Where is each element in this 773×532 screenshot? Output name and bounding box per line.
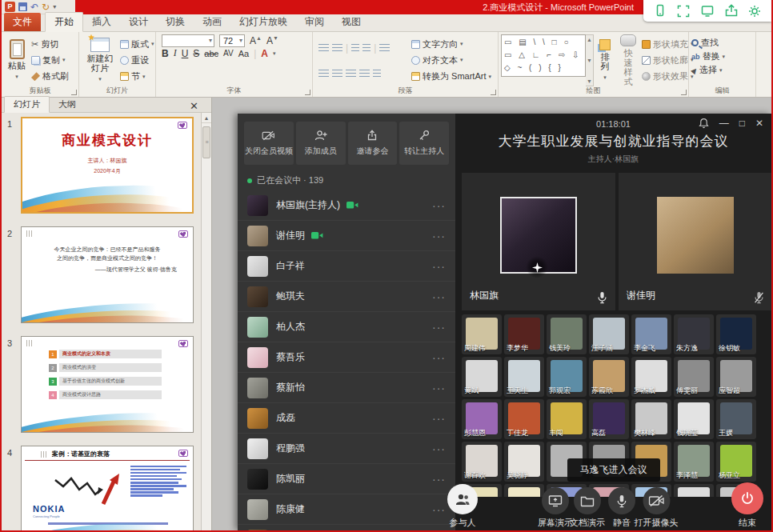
- video-tile[interactable]: 吴晓静: [504, 442, 544, 482]
- shape-outline-button[interactable]: 形状轮廓▾: [642, 54, 694, 67]
- select-button[interactable]: ▶选择▾: [691, 63, 753, 77]
- participant-row[interactable]: 林国旗(主持人) ···: [238, 190, 455, 221]
- bold-button[interactable]: B: [162, 48, 169, 59]
- columns-icon[interactable]: [373, 70, 381, 78]
- slide-thumbnail-2[interactable]: 今天企业之间的竞争：已经不是产品和服务之间的竞争，而是商业模式之间的竞争！ ——…: [21, 226, 194, 323]
- monitor-icon[interactable]: [700, 4, 715, 18]
- cut-button[interactable]: ✂剪切: [31, 38, 69, 51]
- participant-row[interactable]: 鲍琪夫 ···: [238, 282, 455, 312]
- ribbon-tab[interactable]: 文件: [4, 13, 41, 31]
- featured-video-tile[interactable]: 谢佳明: [619, 173, 771, 310]
- more-options-button[interactable]: ···: [432, 290, 446, 303]
- bullets-icon[interactable]: [318, 44, 329, 53]
- featured-video-tile[interactable]: 林国旗: [462, 173, 615, 310]
- video-tile[interactable]: 王媛: [716, 399, 756, 439]
- sidebar-scrollbar[interactable]: ▲ ≡: [201, 113, 211, 530]
- tab-outline[interactable]: 大纲: [50, 97, 85, 112]
- ribbon-tab[interactable]: 设计: [120, 13, 157, 31]
- grow-font-button[interactable]: A▲: [250, 35, 262, 46]
- participant-row[interactable]: 白子祥 ···: [238, 251, 455, 282]
- font-color-button[interactable]: A: [261, 48, 268, 59]
- ribbon-tab[interactable]: 开始: [45, 12, 83, 32]
- tab-slides[interactable]: 幻灯片: [4, 96, 50, 113]
- more-options-button[interactable]: ···: [432, 382, 446, 394]
- more-options-button[interactable]: ···: [432, 321, 446, 334]
- ribbon-tab[interactable]: 插入: [83, 13, 120, 31]
- slide-thumbnail-4[interactable]: 案例：诺基亚的衰落 NOKIA Connecting People: [21, 446, 194, 530]
- participant-row[interactable]: 谢佳明 ···: [238, 221, 455, 251]
- scroll-up-icon[interactable]: ▲: [202, 113, 211, 123]
- video-tile[interactable]: 徐钥敏: [716, 314, 756, 354]
- participant-row[interactable]: 成磊 ···: [238, 403, 455, 434]
- more-options-button[interactable]: ···: [432, 473, 446, 486]
- maximize-icon[interactable]: □: [739, 118, 745, 129]
- ribbon-tab[interactable]: 动画: [194, 13, 230, 31]
- character-spacing-button[interactable]: AV: [223, 49, 234, 58]
- dialog-launcher-icon[interactable]: [305, 90, 310, 95]
- underline-button[interactable]: U: [182, 48, 189, 59]
- video-tile[interactable]: 李金飞: [631, 314, 671, 354]
- transfer-host-button[interactable]: 转让主持人: [399, 122, 449, 165]
- end-meeting-button[interactable]: 结束: [731, 482, 763, 529]
- format-painter-button[interactable]: 格式刷: [31, 70, 69, 83]
- ribbon-tab[interactable]: 幻灯片放映: [230, 13, 296, 31]
- justify-icon[interactable]: [359, 70, 370, 78]
- video-tile[interactable]: 丰闯: [547, 399, 587, 439]
- video-tile[interactable]: 汪子涵: [589, 314, 629, 354]
- video-tile[interactable]: 傅雯丽: [674, 357, 714, 397]
- video-tile[interactable]: 罗杰威: [631, 357, 671, 397]
- video-tile[interactable]: 谢百欢: [462, 442, 502, 482]
- font-size-select[interactable]: 72: [219, 34, 245, 47]
- more-options-button[interactable]: ···: [432, 199, 446, 212]
- doc-share-button[interactable]: 文档演示: [570, 487, 605, 529]
- strikethrough-button[interactable]: abc: [204, 49, 218, 58]
- smartart-button[interactable]: 转换为 SmartArt▾: [411, 70, 491, 83]
- gear-icon[interactable]: [747, 4, 762, 18]
- video-tile[interactable]: 丁佳龙: [504, 399, 544, 439]
- video-tile[interactable]: 高磊: [589, 399, 629, 439]
- new-slide-button[interactable]: 新建幻灯片▾: [82, 34, 118, 86]
- line-spacing-icon[interactable]: [379, 44, 390, 53]
- dialog-launcher-icon[interactable]: [71, 90, 77, 95]
- video-tile[interactable]: 黄斌: [462, 357, 502, 397]
- participant-row[interactable]: 蔡吾乐 ···: [238, 342, 455, 373]
- video-tile[interactable]: 李泽慧: [674, 442, 714, 482]
- close-all-video-button[interactable]: 关闭全员视频: [244, 122, 294, 165]
- video-tile[interactable]: 樊林峰: [631, 399, 671, 439]
- close-icon[interactable]: ✕: [190, 101, 198, 112]
- shapes-gallery[interactable]: ▭ ▤ \ \ □ ○ ▭ △ ∟ ⌐ ⇨ ⇩ ◇ ~ ( ) { }: [501, 34, 586, 77]
- mute-button[interactable]: 静音: [608, 487, 635, 529]
- video-tile[interactable]: 朱方逸: [674, 314, 714, 354]
- slide-thumbnail-1[interactable]: 商业模式设计 主讲人：林国旗 2020年4月: [21, 117, 194, 214]
- more-options-button[interactable]: ···: [432, 351, 446, 364]
- share-icon[interactable]: [724, 4, 739, 18]
- quick-styles-button[interactable]: 快速样式: [616, 34, 640, 86]
- video-tile[interactable]: 彭慧恩: [462, 399, 502, 439]
- shapes-scroll[interactable]: ▲▼▼: [586, 34, 594, 86]
- open-camera-button[interactable]: 打开摄像头: [635, 487, 679, 529]
- layout-button[interactable]: 版式▾: [120, 38, 154, 51]
- add-member-button[interactable]: 添加成员: [296, 122, 346, 165]
- align-center-icon[interactable]: [332, 70, 342, 78]
- participant-row[interactable]: 陈凯丽 ···: [238, 464, 455, 494]
- increase-indent-icon[interactable]: [362, 44, 370, 53]
- invite-button[interactable]: 邀请参会: [348, 122, 398, 165]
- more-options-button[interactable]: ···: [432, 412, 446, 425]
- undo-button[interactable]: ↶: [30, 3, 38, 11]
- ribbon-tab[interactable]: 切换: [157, 13, 194, 31]
- copy-button[interactable]: 复制▾: [31, 54, 69, 67]
- fullscreen-icon[interactable]: [676, 4, 691, 18]
- screen-share-button[interactable]: 屏幕演示: [538, 487, 573, 529]
- shape-effects-button[interactable]: 形状效果▾: [642, 70, 694, 83]
- find-button[interactable]: 查找: [691, 36, 753, 50]
- participant-row[interactable]: 柏人杰 ···: [238, 312, 455, 342]
- paste-button[interactable]: 粘贴▾: [4, 34, 30, 86]
- more-options-button[interactable]: ···: [432, 230, 446, 242]
- video-tile[interactable]: 周建伟: [462, 314, 502, 354]
- align-right-icon[interactable]: [346, 70, 356, 78]
- video-tile[interactable]: 李梦华: [504, 314, 544, 354]
- close-icon[interactable]: ✕: [755, 118, 763, 129]
- slide-thumbnail-3[interactable]: 1 商业模式的定义和本质 2 商业模式的演变 3 基于价值主张的商业模式创新: [21, 336, 194, 433]
- align-text-button[interactable]: 对齐文本▾: [411, 54, 491, 67]
- text-direction-button[interactable]: 文字方向▾: [411, 38, 491, 51]
